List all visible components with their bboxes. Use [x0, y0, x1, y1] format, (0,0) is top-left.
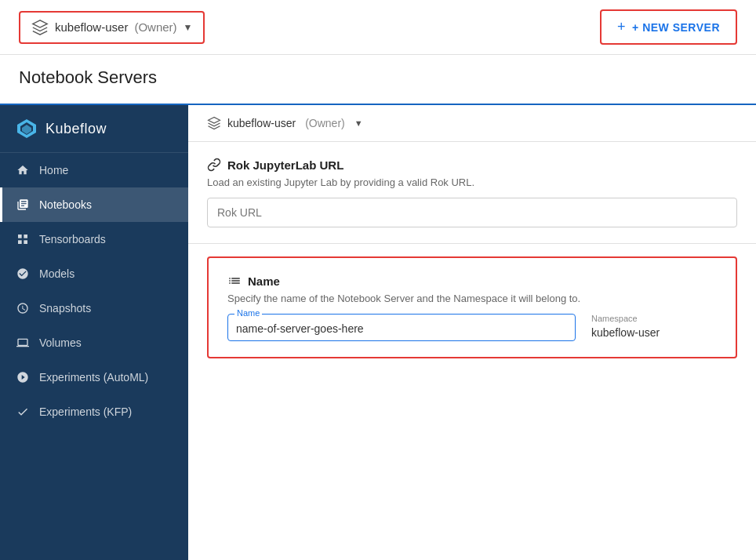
sidebar-item-label-notebooks: Notebooks	[39, 198, 92, 211]
rok-subtitle: Load an existing Jupyter Lab by providin…	[207, 176, 737, 188]
sidebar-item-tensorboards[interactable]: Tensorboards	[0, 222, 188, 256]
rok-url-input[interactable]	[207, 198, 737, 227]
notebooks-icon	[16, 198, 30, 212]
name-input[interactable]	[236, 319, 567, 335]
sidebar-item-models[interactable]: Models	[0, 256, 188, 291]
name-field-label: Name	[234, 308, 262, 318]
snapshots-icon	[16, 301, 30, 315]
sidebar-item-label-snapshots: Snapshots	[39, 302, 91, 315]
sidebar-item-volumes[interactable]: Volumes	[0, 325, 188, 360]
sidebar-item-notebooks[interactable]: Notebooks	[0, 187, 188, 222]
sidebar: Kubeflow Home Notebooks Tensorboards	[0, 105, 188, 560]
name-section-subtitle: Specify the name of the Notebook Server …	[227, 293, 717, 304]
rok-title-text: Rok JupyterLab URL	[227, 158, 343, 172]
kubeflow-logo-icon	[16, 118, 38, 140]
user-selector-top[interactable]: kubeflow-user (Owner) ▼	[19, 11, 205, 44]
content-user-name: kubeflow-user	[227, 117, 296, 129]
svg-rect-5	[18, 240, 22, 244]
home-icon	[16, 163, 30, 177]
top-bar: kubeflow-user (Owner) ▼ + + NEW SERVER	[0, 0, 756, 55]
cube-icon-content	[207, 116, 221, 130]
name-section-title-text: Name	[248, 275, 280, 288]
sidebar-logo-text: Kubeflow	[45, 121, 107, 137]
svg-rect-6	[24, 240, 27, 244]
experiments-kfp-icon	[16, 405, 30, 419]
content-area: kubeflow-user (Owner) ▼ Rok JupyterLab U…	[188, 105, 756, 560]
models-icon	[16, 267, 30, 281]
sidebar-item-label-models: Models	[39, 267, 75, 280]
content-user-selector[interactable]: kubeflow-user (Owner) ▼	[207, 116, 363, 130]
chevron-down-icon-top: ▼	[184, 22, 193, 33]
sidebar-logo: Kubeflow	[0, 105, 188, 153]
new-server-label: + NEW SERVER	[632, 21, 720, 34]
user-name-top: kubeflow-user	[55, 20, 128, 34]
list-icon	[227, 274, 242, 288]
plus-icon: +	[617, 19, 626, 35]
rok-section-title: Rok JupyterLab URL	[207, 158, 737, 172]
tensorboards-icon	[16, 232, 30, 246]
sidebar-item-experiments-automl[interactable]: Experiments (AutoML)	[0, 360, 188, 395]
content-header: kubeflow-user (Owner) ▼	[188, 105, 756, 142]
page-title-bar: Notebook Servers	[0, 55, 756, 105]
main-layout: Kubeflow Home Notebooks Tensorboards	[0, 105, 756, 560]
sidebar-item-label-home: Home	[39, 164, 68, 176]
content-user-role: (Owner)	[305, 117, 345, 129]
namespace-value: kubeflow-user	[591, 326, 717, 339]
sidebar-item-label-volumes: Volumes	[39, 336, 82, 349]
namespace-label: Namespace	[591, 314, 717, 323]
sidebar-item-home[interactable]: Home	[0, 153, 188, 187]
sidebar-item-label-experiments-kfp: Experiments (KFP)	[39, 405, 132, 418]
svg-rect-4	[24, 235, 27, 238]
sidebar-item-label-experiments-automl: Experiments (AutoML)	[39, 371, 148, 384]
sidebar-item-snapshots[interactable]: Snapshots	[0, 291, 188, 325]
name-row: Name Namespace kubeflow-user	[227, 314, 717, 341]
rok-section: Rok JupyterLab URL Load an existing Jupy…	[188, 142, 756, 244]
namespace-field: Namespace kubeflow-user	[591, 314, 717, 341]
chevron-down-icon-content: ▼	[354, 118, 363, 128]
user-role-top: (Owner)	[134, 20, 176, 34]
new-server-button[interactable]: + + NEW SERVER	[600, 9, 737, 45]
svg-rect-3	[18, 235, 22, 238]
page-title: Notebook Servers	[19, 67, 737, 88]
name-section: Name Specify the name of the Notebook Se…	[207, 256, 737, 358]
volumes-icon	[16, 336, 30, 350]
experiments-automl-icon	[16, 370, 30, 384]
name-section-title: Name	[227, 274, 717, 288]
sidebar-item-label-tensorboards: Tensorboards	[39, 233, 106, 245]
name-field-wrapper: Name	[227, 314, 576, 341]
sidebar-item-experiments-kfp[interactable]: Experiments (KFP)	[0, 395, 188, 429]
link-icon	[207, 158, 221, 172]
cube-icon-top	[31, 19, 49, 36]
